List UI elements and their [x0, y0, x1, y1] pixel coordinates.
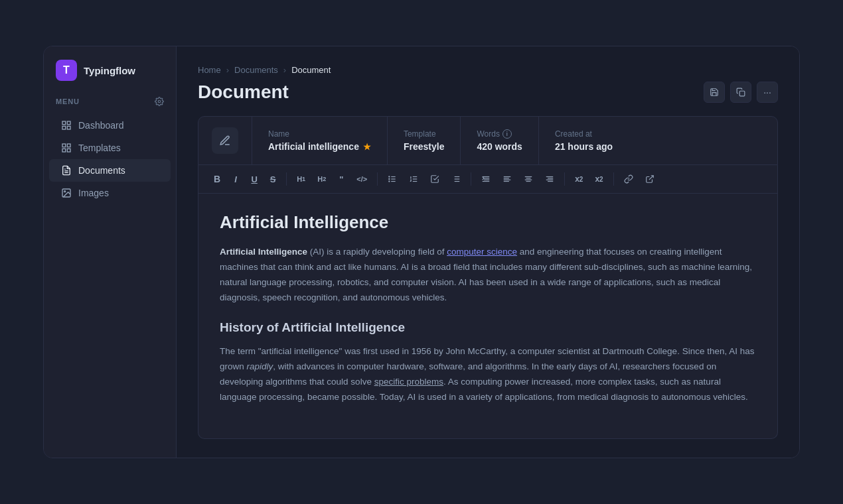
editor-intro-paragraph: Artificial Intelligence (AI) is a rapidl… [220, 245, 756, 306]
svg-rect-7 [62, 149, 66, 153]
subscript-button[interactable]: x2 [570, 170, 587, 188]
svg-rect-2 [67, 121, 70, 125]
app-window: T Typingflow MENU Dashboard Templates Do… [43, 46, 800, 458]
breadcrumb: Home › Documents › Document [198, 65, 778, 75]
toolbar-separator-5 [613, 172, 614, 186]
sidebar-item-documents[interactable]: Documents [49, 159, 171, 182]
templates-icon [61, 143, 72, 153]
toolbar-separator-2 [377, 172, 378, 186]
meta-template-label: Template [404, 129, 444, 139]
svg-rect-4 [67, 127, 70, 130]
svg-line-41 [649, 176, 652, 180]
save-icon [710, 88, 719, 97]
more-dots-icon: ··· [763, 87, 771, 97]
editor-intro-bold: Artificial Intelligence [220, 247, 307, 257]
document-edit-icon [219, 135, 231, 147]
editor-history-paragraph: The term "artificial intelligence" was f… [220, 344, 756, 405]
meta-name-value: Artificial intelligence ★ [268, 141, 371, 152]
svg-rect-6 [67, 144, 70, 147]
svg-rect-3 [62, 127, 66, 130]
copy-button[interactable] [730, 82, 751, 103]
quote-button[interactable]: " [333, 170, 349, 188]
breadcrumb-documents[interactable]: Documents [234, 65, 278, 75]
sidebar-item-label: Images [78, 188, 109, 198]
sidebar-item-label: Documents [78, 165, 125, 176]
svg-rect-1 [62, 121, 66, 125]
editor-heading-2: History of Artificial Intelligence [220, 320, 756, 335]
ordered-list-button[interactable] [404, 170, 423, 188]
superscript-button[interactable]: x2 [590, 170, 607, 188]
editor-heading-1: Artificial Intelligence [220, 212, 756, 233]
code-button[interactable]: </> [352, 170, 372, 188]
sidebar: T Typingflow MENU Dashboard Templates Do… [44, 46, 177, 458]
toolbar-separator-1 [286, 172, 287, 186]
align-center-button[interactable] [519, 170, 538, 188]
star-icon[interactable]: ★ [363, 142, 371, 152]
meta-name-label: Name [268, 129, 371, 139]
main-content: Home › Documents › Document Document ··· [177, 46, 799, 458]
save-button[interactable] [704, 82, 725, 103]
bold-button[interactable]: B [209, 170, 225, 188]
images-icon [61, 188, 72, 198]
strikethrough-button[interactable]: S [265, 170, 281, 188]
copy-icon [736, 88, 745, 97]
dashboard-icon [61, 120, 72, 131]
logo-icon: T [56, 60, 77, 81]
bullet-list-button[interactable] [383, 170, 402, 188]
info-icon: i [502, 129, 512, 139]
meta-created-label: Created at [555, 129, 613, 139]
editor-content[interactable]: Artificial Intelligence Artificial Intel… [198, 194, 778, 439]
svg-rect-13 [739, 92, 745, 97]
sidebar-item-templates[interactable]: Templates [49, 137, 171, 159]
underline-button[interactable]: U [246, 170, 262, 188]
meta-words-label: Words i [477, 129, 522, 139]
svg-point-19 [389, 181, 390, 182]
sidebar-logo: T Typingflow [44, 60, 176, 97]
sidebar-item-label: Dashboard [78, 120, 124, 131]
indent-left-button[interactable] [477, 170, 495, 188]
meta-bar: Name Artificial intelligence ★ Template … [198, 116, 778, 165]
meta-created-value: 21 hours ago [555, 141, 613, 152]
menu-label: MENU [44, 97, 176, 114]
header-actions: ··· [704, 82, 778, 103]
sidebar-item-dashboard[interactable]: Dashboard [49, 114, 171, 137]
breadcrumb-home[interactable]: Home [198, 65, 221, 75]
meta-template-value: Freestyle [404, 141, 444, 152]
meta-template-cell: Template Freestyle [388, 117, 461, 164]
toolbar-separator-4 [564, 172, 565, 186]
meta-words-value: 420 words [477, 141, 522, 152]
document-icon-box [212, 127, 238, 154]
svg-point-0 [158, 101, 161, 103]
toolbar-separator-3 [471, 172, 471, 186]
italic-button[interactable]: I [228, 170, 244, 188]
sidebar-item-label: Templates [78, 143, 121, 153]
align-left-button[interactable] [498, 170, 516, 188]
svg-point-17 [389, 176, 390, 177]
settings-icon[interactable] [155, 97, 164, 106]
breadcrumb-current: Document [291, 65, 331, 75]
page-header: Document ··· [198, 82, 778, 103]
svg-point-18 [389, 179, 390, 180]
svg-point-12 [64, 191, 66, 192]
computer-science-link[interactable]: computer science [447, 247, 517, 257]
task-list-button[interactable] [425, 170, 444, 188]
editor-toolbar: B I U S H1 H2 " </> [198, 165, 778, 194]
meta-icon-cell [198, 117, 252, 164]
meta-name-cell: Name Artificial intelligence ★ [252, 117, 388, 164]
meta-words-cell: Words i 420 words [461, 117, 538, 164]
page-title: Document [198, 82, 289, 103]
svg-rect-5 [62, 144, 66, 147]
sidebar-item-images[interactable]: Images [49, 182, 171, 204]
external-link-button[interactable] [641, 170, 659, 188]
align-right-button[interactable] [540, 170, 559, 188]
app-name: Typingflow [84, 65, 135, 76]
h1-button[interactable]: H1 [292, 170, 310, 188]
meta-created-cell: Created at 21 hours ago [539, 117, 629, 164]
svg-rect-8 [67, 149, 70, 153]
more-button[interactable]: ··· [757, 82, 778, 103]
list-alt-button[interactable] [447, 170, 465, 188]
documents-icon [61, 165, 72, 176]
h2-button[interactable]: H2 [313, 170, 331, 188]
link-button[interactable] [619, 170, 638, 188]
